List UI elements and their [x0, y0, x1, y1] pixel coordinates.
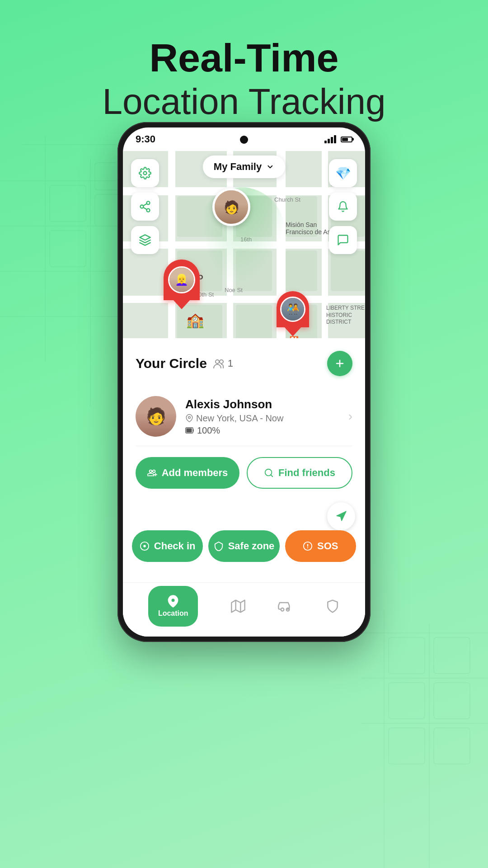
- navigate-icon: [335, 510, 347, 522]
- family-name: My Family: [214, 161, 262, 173]
- svg-rect-39: [187, 429, 192, 433]
- svg-point-23: [141, 205, 144, 208]
- svg-point-32: [307, 547, 308, 548]
- member-avatar: 🧑: [136, 396, 176, 437]
- member-name: Alexis Johnson: [185, 397, 339, 411]
- find-friends-button[interactable]: Find friends: [247, 457, 352, 489]
- phone-mockup: 9:30: [117, 122, 371, 642]
- nav-location-label: Location: [158, 609, 188, 618]
- sos-button[interactable]: SOS: [285, 530, 356, 562]
- svg-point-22: [147, 201, 150, 204]
- safe-zone-button[interactable]: Safe zone: [208, 530, 279, 562]
- svg-point-33: [216, 360, 219, 363]
- search-icon: [264, 468, 274, 478]
- member-location-text: New York, USA - Now: [196, 413, 283, 424]
- signal-icon: [324, 135, 336, 143]
- nav-map[interactable]: [231, 599, 245, 613]
- svg-point-34: [220, 360, 223, 363]
- location-pin-icon: [185, 414, 193, 422]
- phone-frame: 9:30: [117, 122, 371, 642]
- share-button[interactable]: [131, 193, 159, 221]
- place-mision: Misión SanFrancisco de Asís: [286, 221, 336, 236]
- svg-rect-17: [389, 683, 425, 719]
- family-dropdown[interactable]: My Family: [203, 156, 285, 178]
- left-toolbar: [131, 159, 159, 254]
- member-battery-text: 100%: [197, 425, 220, 436]
- battery-icon: [341, 137, 352, 142]
- svg-marker-27: [337, 511, 346, 521]
- svg-point-29: [143, 545, 146, 547]
- sos-label: SOS: [317, 540, 338, 552]
- nav-location[interactable]: Location: [148, 586, 198, 627]
- add-circle-button[interactable]: [327, 351, 352, 376]
- svg-line-25: [143, 208, 147, 210]
- circle-title: Your Circle: [136, 356, 207, 371]
- member-chevron-icon: ›: [348, 409, 352, 424]
- bottom-navigation: Location: [123, 582, 365, 637]
- bottom-panel: Your Circle 1: [123, 338, 365, 637]
- avatar-person3: 🧑‍🤝‍🧑: [282, 298, 304, 321]
- add-members-button[interactable]: Add members: [136, 457, 239, 489]
- battery-small-icon: [185, 427, 194, 434]
- svg-rect-21: [434, 728, 470, 764]
- settings-button[interactable]: [131, 159, 159, 187]
- map-pin-person2[interactable]: 👱‍♀️: [164, 259, 200, 300]
- plus-icon: [334, 358, 345, 369]
- member-info: Alexis Johnson New York, USA - Now: [185, 397, 339, 436]
- svg-line-43: [271, 475, 272, 476]
- map-pin-person3[interactable]: 🧑‍🤝‍🧑: [277, 291, 309, 327]
- svg-point-48: [281, 608, 284, 611]
- nav-location-icon: [167, 595, 179, 608]
- nav-shield-icon: [325, 599, 340, 613]
- member-battery: 100%: [185, 425, 339, 436]
- member-location: New York, USA - Now: [185, 413, 339, 424]
- status-time: 9:30: [136, 133, 155, 145]
- layers-button[interactable]: [131, 226, 159, 254]
- member-card[interactable]: 🧑 Alexis Johnson New York, USA - Now: [136, 387, 352, 446]
- people-icon: [213, 359, 225, 368]
- map-action-buttons: Check in Safe zone SOS: [123, 530, 365, 562]
- svg-rect-8: [50, 231, 86, 267]
- svg-point-24: [147, 209, 150, 212]
- circle-member-count: 1: [228, 358, 233, 369]
- safezone-icon: [214, 541, 224, 551]
- svg-line-26: [143, 204, 147, 206]
- avatar-person1: 🧑: [215, 190, 248, 224]
- dropdown-chevron-icon: [266, 163, 274, 171]
- school-emoji: 🏫: [186, 311, 204, 329]
- nav-map-icon: [231, 599, 245, 613]
- add-person-icon: [147, 468, 157, 478]
- svg-rect-19: [434, 683, 470, 719]
- sos-icon: [303, 541, 313, 551]
- svg-rect-16: [389, 637, 425, 674]
- safe-zone-label: Safe zone: [228, 540, 275, 552]
- diamond-button[interactable]: 💎: [329, 159, 357, 187]
- circle-title-row: Your Circle 1: [136, 356, 233, 371]
- nav-drive[interactable]: [278, 599, 292, 613]
- svg-point-37: [188, 416, 191, 419]
- avatar-person2: 👱‍♀️: [169, 268, 194, 292]
- notification-button[interactable]: [329, 193, 357, 221]
- message-button[interactable]: [329, 226, 357, 254]
- action-buttons: Add members Find friends: [136, 457, 352, 489]
- check-in-button[interactable]: Check in: [132, 530, 203, 562]
- street-label-church: Church St: [274, 196, 300, 203]
- nav-safety[interactable]: [325, 599, 340, 613]
- status-icons: [324, 135, 352, 143]
- navigate-button[interactable]: [327, 502, 355, 530]
- front-camera: [240, 136, 248, 144]
- checkin-icon: [140, 541, 150, 551]
- nav-car-icon: [278, 599, 292, 613]
- right-toolbar: 💎: [329, 159, 357, 254]
- top-avatar-pin[interactable]: 🧑: [212, 188, 250, 226]
- add-members-label: Add members: [162, 467, 228, 479]
- circle-header: Your Circle 1: [136, 351, 352, 376]
- svg-rect-20: [389, 728, 425, 764]
- svg-marker-45: [231, 600, 244, 612]
- street-label-noe: Noe St: [225, 287, 243, 293]
- place-liberty: LIBERTY STREHISTORICDISTRICT: [326, 305, 365, 326]
- svg-rect-18: [434, 637, 470, 674]
- circle-count: 1: [213, 358, 233, 369]
- find-friends-label: Find friends: [278, 467, 335, 479]
- svg-point-44: [172, 599, 175, 602]
